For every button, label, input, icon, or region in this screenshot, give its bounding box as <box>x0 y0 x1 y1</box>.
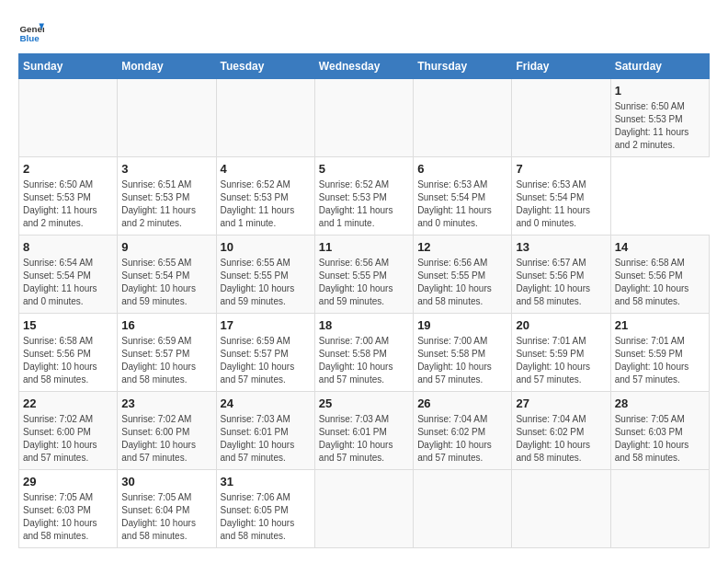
day-info: Sunrise: 7:02 AM Sunset: 6:00 PM Dayligh… <box>121 413 211 465</box>
day-info: Sunrise: 6:50 AM Sunset: 5:53 PM Dayligh… <box>615 100 705 152</box>
day-header-wednesday: Wednesday <box>314 54 413 79</box>
calendar-cell: 19 Sunrise: 7:00 AM Sunset: 5:58 PM Dayl… <box>414 314 512 392</box>
calendar-cell: 2 Sunrise: 6:50 AM Sunset: 5:53 PM Dayli… <box>19 157 118 236</box>
day-header-saturday: Saturday <box>610 54 709 79</box>
day-number: 14 <box>615 240 705 254</box>
day-number: 26 <box>417 396 507 410</box>
day-number: 2 <box>23 162 113 176</box>
day-number: 17 <box>221 318 311 332</box>
calendar-cell <box>314 79 413 157</box>
calendar-cell <box>512 470 610 548</box>
day-info: Sunrise: 7:04 AM Sunset: 6:02 PM Dayligh… <box>516 413 606 465</box>
day-header-monday: Monday <box>118 54 216 79</box>
calendar-cell <box>414 470 512 548</box>
day-number: 7 <box>516 162 606 176</box>
day-number: 27 <box>516 396 606 410</box>
day-info: Sunrise: 7:00 AM Sunset: 5:58 PM Dayligh… <box>417 335 507 386</box>
calendar-week-5: 22 Sunrise: 7:02 AM Sunset: 6:00 PM Dayl… <box>19 392 710 470</box>
day-number: 16 <box>121 318 211 332</box>
day-number: 12 <box>417 240 507 254</box>
day-info: Sunrise: 6:58 AM Sunset: 5:56 PM Dayligh… <box>23 335 113 386</box>
calendar-cell <box>512 79 610 157</box>
day-number: 19 <box>417 318 507 332</box>
calendar-cell: 30 Sunrise: 7:05 AM Sunset: 6:04 PM Dayl… <box>118 470 216 548</box>
calendar-cell: 31 Sunrise: 7:06 AM Sunset: 6:05 PM Dayl… <box>216 470 314 548</box>
day-info: Sunrise: 7:00 AM Sunset: 5:58 PM Dayligh… <box>319 335 409 386</box>
logo-icon: General Blue <box>18 18 44 44</box>
calendar-cell: 11 Sunrise: 6:56 AM Sunset: 5:55 PM Dayl… <box>314 236 413 314</box>
day-info: Sunrise: 6:52 AM Sunset: 5:53 PM Dayligh… <box>319 178 409 230</box>
day-number: 30 <box>121 475 211 488</box>
calendar-header: SundayMondayTuesdayWednesdayThursdayFrid… <box>19 54 710 79</box>
calendar-cell: 10 Sunrise: 6:55 AM Sunset: 5:55 PM Dayl… <box>216 236 314 314</box>
day-number: 25 <box>319 396 409 410</box>
day-info: Sunrise: 6:51 AM Sunset: 5:53 PM Dayligh… <box>121 178 211 230</box>
calendar-week-4: 15 Sunrise: 6:58 AM Sunset: 5:56 PM Dayl… <box>19 314 710 392</box>
day-header-thursday: Thursday <box>414 54 512 79</box>
calendar-cell: 23 Sunrise: 7:02 AM Sunset: 6:00 PM Dayl… <box>118 392 216 470</box>
calendar-cell: 18 Sunrise: 7:00 AM Sunset: 5:58 PM Dayl… <box>314 314 413 392</box>
calendar-table: SundayMondayTuesdayWednesdayThursdayFrid… <box>18 53 710 548</box>
day-number: 3 <box>121 162 211 176</box>
header: General Blue <box>18 18 710 44</box>
day-number: 18 <box>319 318 409 332</box>
day-header-friday: Friday <box>512 54 610 79</box>
day-number: 5 <box>319 162 409 176</box>
day-info: Sunrise: 6:59 AM Sunset: 5:57 PM Dayligh… <box>221 335 311 386</box>
calendar-cell: 24 Sunrise: 7:03 AM Sunset: 6:01 PM Dayl… <box>216 392 314 470</box>
calendar-cell: 21 Sunrise: 7:01 AM Sunset: 5:59 PM Dayl… <box>610 314 709 392</box>
calendar-cell: 14 Sunrise: 6:58 AM Sunset: 5:56 PM Dayl… <box>610 236 709 314</box>
calendar-cell: 27 Sunrise: 7:04 AM Sunset: 6:02 PM Dayl… <box>512 392 610 470</box>
day-number: 23 <box>121 396 211 410</box>
day-number: 15 <box>23 318 113 332</box>
day-info: Sunrise: 7:01 AM Sunset: 5:59 PM Dayligh… <box>516 335 606 386</box>
day-info: Sunrise: 6:57 AM Sunset: 5:56 PM Dayligh… <box>516 257 606 308</box>
calendar-cell: 3 Sunrise: 6:51 AM Sunset: 5:53 PM Dayli… <box>118 157 216 236</box>
day-header-tuesday: Tuesday <box>216 54 314 79</box>
calendar-cell: 15 Sunrise: 6:58 AM Sunset: 5:56 PM Dayl… <box>19 314 118 392</box>
calendar-cell <box>610 470 709 548</box>
calendar-cell: 9 Sunrise: 6:55 AM Sunset: 5:54 PM Dayli… <box>118 236 216 314</box>
day-number: 13 <box>516 240 606 254</box>
day-info: Sunrise: 7:04 AM Sunset: 6:02 PM Dayligh… <box>417 413 507 465</box>
calendar-week-2: 2 Sunrise: 6:50 AM Sunset: 5:53 PM Dayli… <box>19 157 710 236</box>
day-info: Sunrise: 7:02 AM Sunset: 6:00 PM Dayligh… <box>23 413 113 465</box>
day-info: Sunrise: 6:53 AM Sunset: 5:54 PM Dayligh… <box>417 178 507 230</box>
day-number: 20 <box>516 318 606 332</box>
day-info: Sunrise: 7:03 AM Sunset: 6:01 PM Dayligh… <box>319 413 409 465</box>
day-info: Sunrise: 6:56 AM Sunset: 5:55 PM Dayligh… <box>417 257 507 308</box>
day-number: 11 <box>319 240 409 254</box>
day-number: 6 <box>417 162 507 176</box>
day-number: 28 <box>615 396 705 410</box>
calendar-cell: 4 Sunrise: 6:52 AM Sunset: 5:53 PM Dayli… <box>216 157 314 236</box>
day-number: 1 <box>615 84 705 98</box>
calendar-cell <box>118 79 216 157</box>
day-info: Sunrise: 6:55 AM Sunset: 5:54 PM Dayligh… <box>121 257 211 308</box>
day-header-sunday: Sunday <box>19 54 118 79</box>
day-number: 22 <box>23 396 113 410</box>
day-info: Sunrise: 7:01 AM Sunset: 5:59 PM Dayligh… <box>615 335 705 386</box>
day-info: Sunrise: 6:54 AM Sunset: 5:54 PM Dayligh… <box>23 257 113 308</box>
day-number: 10 <box>221 240 311 254</box>
calendar-cell: 7 Sunrise: 6:53 AM Sunset: 5:54 PM Dayli… <box>512 157 610 236</box>
day-info: Sunrise: 6:55 AM Sunset: 5:55 PM Dayligh… <box>221 257 311 308</box>
calendar-cell: 6 Sunrise: 6:53 AM Sunset: 5:54 PM Dayli… <box>414 157 512 236</box>
calendar-cell: 16 Sunrise: 6:59 AM Sunset: 5:57 PM Dayl… <box>118 314 216 392</box>
calendar-week-6: 29 Sunrise: 7:05 AM Sunset: 6:03 PM Dayl… <box>19 470 710 548</box>
day-number: 21 <box>615 318 705 332</box>
day-info: Sunrise: 6:59 AM Sunset: 5:57 PM Dayligh… <box>121 335 211 386</box>
calendar-cell: 29 Sunrise: 7:05 AM Sunset: 6:03 PM Dayl… <box>19 470 118 548</box>
calendar-cell: 12 Sunrise: 6:56 AM Sunset: 5:55 PM Dayl… <box>414 236 512 314</box>
day-number: 31 <box>221 475 311 488</box>
calendar-cell: 5 Sunrise: 6:52 AM Sunset: 5:53 PM Dayli… <box>314 157 413 236</box>
day-info: Sunrise: 6:56 AM Sunset: 5:55 PM Dayligh… <box>319 257 409 308</box>
calendar-cell <box>216 79 314 157</box>
day-info: Sunrise: 7:05 AM Sunset: 6:03 PM Dayligh… <box>23 491 113 543</box>
day-info: Sunrise: 7:06 AM Sunset: 6:05 PM Dayligh… <box>221 491 311 543</box>
calendar-week-1: 1 Sunrise: 6:50 AM Sunset: 5:53 PM Dayli… <box>19 79 710 157</box>
day-info: Sunrise: 7:05 AM Sunset: 6:03 PM Dayligh… <box>615 413 705 465</box>
calendar-cell: 28 Sunrise: 7:05 AM Sunset: 6:03 PM Dayl… <box>610 392 709 470</box>
calendar-cell <box>414 79 512 157</box>
calendar-cell: 25 Sunrise: 7:03 AM Sunset: 6:01 PM Dayl… <box>314 392 413 470</box>
calendar-cell: 26 Sunrise: 7:04 AM Sunset: 6:02 PM Dayl… <box>414 392 512 470</box>
